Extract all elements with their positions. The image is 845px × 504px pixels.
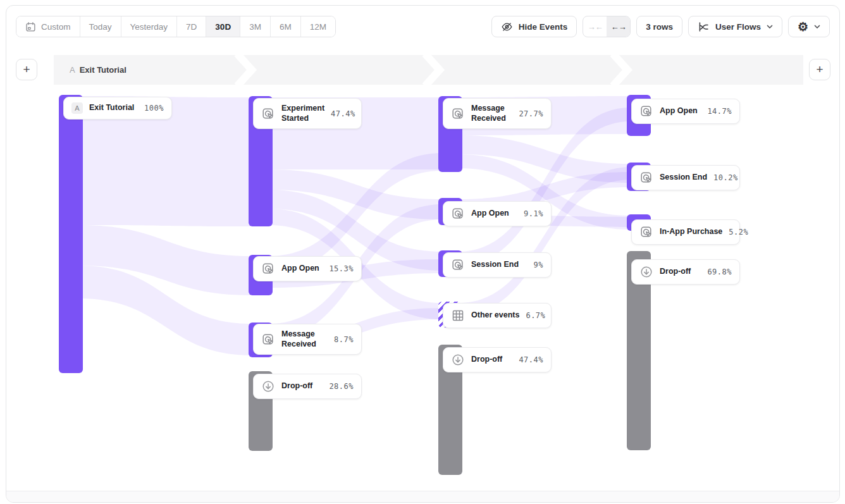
- node-label: Drop-off: [471, 355, 512, 365]
- node-percentage: 100%: [144, 104, 164, 113]
- drop-off-icon: [261, 379, 275, 393]
- node-card-s3-app-open[interactable]: App Open14.7%: [631, 99, 740, 124]
- node-percentage: 47.4%: [331, 109, 355, 118]
- node-card-s1-drop-off[interactable]: Drop-off28.6%: [253, 374, 362, 399]
- event-icon: [261, 107, 275, 121]
- node-percentage: 69.8%: [707, 267, 732, 276]
- event-icon: [451, 107, 465, 121]
- node-percentage: 5.2%: [729, 228, 748, 237]
- sankey-bar-s0-exit-tutorial[interactable]: [59, 95, 83, 373]
- event-icon: [451, 207, 465, 221]
- node-percentage: 47.4%: [519, 355, 543, 364]
- flow-links-layer: [0, 0, 845, 504]
- node-card-s1-app-open[interactable]: App Open15.3%: [253, 256, 362, 281]
- node-card-s2-drop-off[interactable]: Drop-off47.4%: [443, 347, 552, 372]
- node-percentage: 9.1%: [524, 209, 543, 218]
- node-label: In-App Purchase: [660, 227, 722, 237]
- node-percentage: 15.3%: [329, 264, 354, 273]
- node-card-s3-in-app-purchase[interactable]: In-App Purchase5.2%: [631, 219, 740, 245]
- node-label: Drop-off: [660, 267, 701, 277]
- node-card-s0-exit-tutorial[interactable]: AExit Tutorial100%: [63, 97, 172, 120]
- event-icon: [639, 225, 653, 239]
- event-icon: [451, 258, 465, 272]
- node-label: App Open: [660, 106, 701, 116]
- node-label: Other events: [471, 310, 519, 321]
- node-card-s3-drop-off[interactable]: Drop-off69.8%: [631, 259, 740, 285]
- node-percentage: 6.7%: [526, 311, 545, 320]
- node-label: Experiment Started: [281, 104, 324, 123]
- node-percentage: 28.6%: [329, 382, 354, 391]
- node-card-s2-app-open[interactable]: App Open9.1%: [443, 201, 552, 226]
- node-card-s1-message-received[interactable]: Message Received8.7%: [253, 324, 362, 355]
- node-percentage: 14.7%: [707, 107, 732, 116]
- node-card-s1-experiment-started[interactable]: Experiment Started47.4%: [253, 98, 362, 129]
- node-label: Session End: [471, 260, 527, 270]
- node-label: Session End: [660, 173, 707, 183]
- a-badge: A: [71, 102, 83, 114]
- user-flows-sankey: AExit Tutorial100%Experiment Started47.4…: [0, 0, 845, 504]
- event-icon: [639, 104, 653, 118]
- node-label: Message Received: [281, 329, 328, 349]
- node-label: App Open: [281, 264, 323, 274]
- node-label: Drop-off: [281, 381, 323, 391]
- event-icon: [261, 333, 275, 347]
- event-icon: [261, 262, 275, 276]
- node-card-s2-message-received[interactable]: Message Received27.7%: [443, 98, 552, 129]
- node-label: Exit Tutorial: [89, 103, 138, 113]
- node-percentage: 27.7%: [519, 109, 543, 118]
- event-icon: [639, 171, 653, 185]
- drop-off-icon: [451, 353, 465, 367]
- node-label: App Open: [471, 209, 517, 219]
- drop-off-icon: [639, 265, 653, 279]
- other-events-grid-icon: [451, 309, 465, 323]
- node-label: Message Received: [471, 104, 512, 123]
- node-card-s2-other-events[interactable]: Other events6.7%: [443, 303, 552, 328]
- node-card-s3-session-end[interactable]: Session End10.2%: [631, 165, 740, 190]
- node-percentage: 9%: [534, 261, 543, 269]
- node-card-s2-session-end[interactable]: Session End9%: [443, 252, 552, 278]
- node-percentage: 10.2%: [713, 173, 738, 182]
- node-percentage: 8.7%: [334, 335, 354, 344]
